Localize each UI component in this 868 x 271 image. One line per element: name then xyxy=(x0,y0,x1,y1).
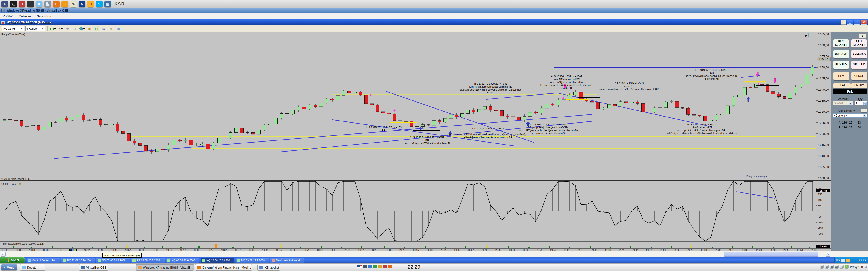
scrollbar-thumb[interactable] xyxy=(724,252,818,257)
window-icon xyxy=(272,259,275,262)
collapse-panel-button[interactable]: ▲ xyxy=(859,33,866,38)
taskbar-tab[interactable]: NQ 06-08 20.6.2008... xyxy=(166,258,199,263)
zoom-in-button[interactable]: ⊕ xyxy=(65,26,70,31)
link-button[interactable]: L xyxy=(841,20,846,25)
scroll-left-button[interactable]: < xyxy=(1,252,6,257)
buy-market-button[interactable]: BUY MARKET xyxy=(833,39,849,48)
kde-task-4[interactable]: Diskuzní fórum Financnik.cz - Mozil... xyxy=(195,264,252,271)
firefox-icon[interactable]: F xyxy=(53,1,60,7)
tray-icon[interactable] xyxy=(846,259,850,262)
kopete-icon[interactable]: K xyxy=(36,1,42,7)
chart-canvas[interactable]: 1365,001360,001355,001350,001345,001340,… xyxy=(0,32,831,251)
start-button[interactable]: Start xyxy=(0,257,25,263)
period-selector[interactable]: 9 Range▼ xyxy=(25,26,45,31)
skype-icon[interactable]: S xyxy=(96,1,103,7)
tray-icon-3[interactable] xyxy=(373,265,377,268)
svg-text:150: 150 xyxy=(818,193,822,196)
sell-market-button[interactable]: SELL MARKET xyxy=(851,39,867,48)
taskbar-tab[interactable]: NQ 12-08 20.10.200... xyxy=(201,258,234,263)
sell-ask-button[interactable]: SELL ASK xyxy=(851,50,867,58)
vb-device-icon-2[interactable]: ⛁ xyxy=(825,265,829,269)
qty-label: Qty xyxy=(858,98,862,101)
tray-icon-2[interactable] xyxy=(368,265,372,268)
utorrent-icon[interactable]: U xyxy=(87,1,94,7)
chevron-down-icon: ▾ xyxy=(61,27,63,31)
buy-bid-button[interactable]: BUY BID xyxy=(833,61,849,69)
close-button[interactable]: ✕ xyxy=(861,20,867,25)
new-chart-button[interactable]: ▧ xyxy=(101,26,107,31)
atm-more-button[interactable]: ... xyxy=(861,109,867,112)
svg-text:1320,00: 1320,00 xyxy=(818,132,829,135)
restore-button[interactable]: ❐ xyxy=(854,20,860,25)
taskbar-tab[interactable]: ES 09-08 20.5.2008... xyxy=(131,258,164,263)
taskbar-tab[interactable]: Deník aktuálně se ak... xyxy=(270,258,304,263)
vb-device-icon-5[interactable]: ◫ xyxy=(840,265,844,269)
svg-text:21:50: 21:50 xyxy=(797,249,803,251)
taskbar-tab[interactable]: Control Center - P6 xyxy=(27,258,60,263)
window-layout-button[interactable]: ▣ xyxy=(86,26,92,31)
ksysguard-icon[interactable]: ~ xyxy=(27,1,34,7)
language-indicator[interactable]: CS xyxy=(836,259,840,262)
svg-text:RangeCounter(True): RangeCounter(True) xyxy=(1,33,25,36)
knotes-icon[interactable]: ✎ xyxy=(70,1,77,7)
floppy-icon[interactable]: ▙ xyxy=(44,1,51,7)
krdc-icon[interactable]: R xyxy=(19,1,25,7)
chart-panels-button[interactable]: ▤ xyxy=(94,26,99,31)
buy-ask-button[interactable]: BUY ASK xyxy=(833,50,849,58)
taskbar-tab[interactable]: NQ 12-08 20.10.200... xyxy=(61,258,95,263)
virtualbox-icon[interactable]: ▣ xyxy=(104,1,111,7)
bid-row: B: 1364,25 xyxy=(839,126,852,129)
atm-strategy-select[interactable]: <Custom>▾ xyxy=(833,113,867,118)
flat-button[interactable]: FLAT xyxy=(833,83,851,88)
vb-menu-počítač[interactable]: Počítač xyxy=(3,14,13,18)
taskbar-tab[interactable]: NQ 09-08 19.9.2008... xyxy=(236,258,269,263)
amarok-icon[interactable]: a xyxy=(1,1,8,7)
ninjatrader-icon[interactable]: N xyxy=(79,1,86,7)
virtualbox-titlebar[interactable]: Windows XP-trading [Běží] - VirtualBox O… xyxy=(0,8,868,13)
tray-icon-1[interactable] xyxy=(364,265,367,268)
tray-icon-5[interactable] xyxy=(383,265,387,268)
globe-instrument-button[interactable]: ▾ xyxy=(79,26,85,31)
vb-device-icon-3[interactable]: ▦ xyxy=(830,265,834,269)
xp-titlebar[interactable]: NQ 12-08 20.10.2008 (9 Range) L _ ❐ ✕ xyxy=(0,20,868,25)
kde-task-2[interactable]: VirtualBox OSE xyxy=(79,264,108,271)
svg-text:© 2008 NinjaTrader, LLC: © 2008 NinjaTrader, LLC xyxy=(1,177,30,180)
kde-menu-button[interactable]: ▲Menu xyxy=(1,265,17,270)
spinner-arrows[interactable]: ▲▼ xyxy=(864,102,867,105)
entry-button[interactable]: ENTRY xyxy=(851,83,867,88)
tray-icon[interactable] xyxy=(841,259,845,262)
svg-text:21:38: 21:38 xyxy=(756,249,762,251)
kde-task-1[interactable]: Kopete xyxy=(20,264,45,271)
rev-button[interactable]: REV xyxy=(833,72,849,80)
vb-menu-nápověda[interactable]: Nápověda xyxy=(37,14,51,18)
chevron-down-icon: ▼ xyxy=(21,27,23,30)
keyboard-layout-flag-icon[interactable] xyxy=(357,265,362,268)
vb-device-icon-4[interactable]: ⌨ xyxy=(835,265,839,269)
svg-text:19:05: 19:05 xyxy=(153,249,158,251)
kde-task-3[interactable]: Windows XP-trading [Běží] - VirtualB... xyxy=(135,264,194,271)
svg-text:19:32: 19:32 xyxy=(221,249,227,251)
qty-stepper[interactable]: 1▲▼ xyxy=(855,101,867,105)
xp-taskbar: StartControl Center - P6NQ 12-08 20.10.2… xyxy=(0,257,868,263)
candlestick-style-button[interactable]: ▾ xyxy=(50,26,56,31)
draw-tools-button[interactable]: ✎▾ xyxy=(57,26,63,31)
data-grid-button[interactable]: ▦ xyxy=(115,26,121,31)
svg-text:18:58: 18:58 xyxy=(139,249,145,251)
taskbar-tab[interactable]: NQ 03-08 20.3.2008... xyxy=(96,258,130,263)
scroll-right-button[interactable]: > xyxy=(826,252,831,257)
close-button[interactable]: CLOSE xyxy=(851,72,867,80)
instrument-selector[interactable]: NQ 12-08▼ xyxy=(2,26,24,31)
sell-bid-button[interactable]: SELL BID xyxy=(851,61,867,69)
tray-icon-6[interactable] xyxy=(388,265,392,268)
konsole-icon[interactable]: >_ xyxy=(10,1,17,7)
account-select[interactable]: Sim101▾ xyxy=(833,101,853,105)
svg-text:0: 0 xyxy=(818,210,819,212)
amarok2-icon[interactable]: ♪ xyxy=(61,1,68,7)
vb-menu-zařízení[interactable]: Zařízení xyxy=(19,14,31,18)
atm-strategy-label: ATM Strategy xyxy=(838,109,855,112)
vb-device-icon-1[interactable]: ▤ xyxy=(820,265,824,269)
minimize-button[interactable]: _ xyxy=(847,20,853,25)
tray-icon-4[interactable] xyxy=(378,265,382,268)
kde-task-5[interactable]: KSnapshot xyxy=(257,264,280,271)
window-layout-icon: ▣ xyxy=(88,27,91,31)
